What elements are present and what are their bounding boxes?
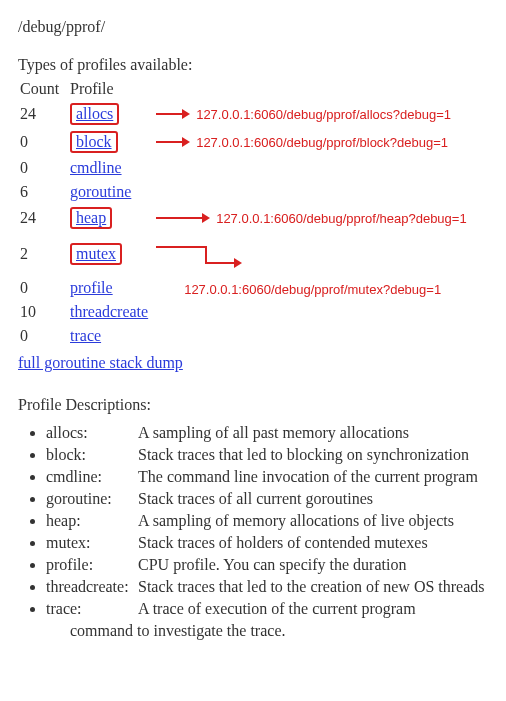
svg-marker-6 [234, 258, 242, 268]
count-cell: 2 [20, 232, 70, 276]
col-profile: Profile [70, 78, 156, 100]
count-cell: 0 [20, 156, 70, 180]
profiles-table: Count Profile 24 allocs 127.0.0.1:6060/d… [20, 78, 475, 348]
desc-text: The command line invocation of the curre… [138, 468, 478, 485]
profile-link-block[interactable]: block [76, 133, 112, 150]
count-cell: 0 [20, 128, 70, 156]
list-item: cmdline:The command line invocation of t… [46, 466, 506, 488]
desc-term: mutex: [46, 534, 138, 552]
highlight-box: allocs [70, 103, 119, 125]
list-item: profile:CPU profile. You can specify the… [46, 554, 506, 576]
desc-text: Stack traces that led to the creation of… [138, 578, 485, 595]
highlight-box: block [70, 131, 118, 153]
annotation-url: 127.0.0.1:6060/debug/pprof/mutex?debug=1 [184, 282, 441, 297]
list-item: block:Stack traces that led to blocking … [46, 444, 506, 466]
table-row: 10 threadcreate [20, 300, 475, 324]
highlight-box: mutex [70, 243, 122, 265]
arrow-icon [156, 135, 190, 149]
list-item: allocs:A sampling of all past memory all… [46, 422, 506, 444]
count-cell: 10 [20, 300, 70, 324]
profile-link-profile[interactable]: profile [70, 279, 113, 296]
desc-term: profile: [46, 556, 138, 574]
desc-text: CPU profile. You can specify the duratio… [138, 556, 406, 573]
desc-header: Profile Descriptions: [18, 396, 506, 414]
desc-term: allocs: [46, 424, 138, 442]
trailing-line: command to investigate the trace. [70, 620, 506, 640]
profile-link-allocs[interactable]: allocs [76, 105, 113, 122]
desc-text: Stack traces of holders of contended mut… [138, 534, 428, 551]
desc-text: A sampling of all past memory allocation… [138, 424, 409, 441]
highlight-box: heap [70, 207, 112, 229]
count-cell: 0 [20, 324, 70, 348]
table-row: 0 profile 127.0.0.1:6060/debug/pprof/mut… [20, 276, 475, 300]
desc-text: A sampling of memory allocations of live… [138, 512, 454, 529]
profile-link-cmdline[interactable]: cmdline [70, 159, 122, 176]
table-row: 24 heap 127.0.0.1:6060/debug/pprof/heap?… [20, 204, 475, 232]
profile-link-mutex[interactable]: mutex [76, 245, 116, 262]
types-header: Types of profiles available: [18, 56, 506, 74]
list-item: goroutine:Stack traces of all current go… [46, 488, 506, 510]
arrow-icon [156, 211, 210, 225]
full-dump-link[interactable]: full goroutine stack dump [18, 354, 183, 372]
list-item: trace:A trace of execution of the curren… [46, 598, 506, 620]
table-row: 0 block 127.0.0.1:6060/debug/pprof/block… [20, 128, 475, 156]
description-list: allocs:A sampling of all past memory all… [46, 422, 506, 620]
arrow-icon [156, 107, 190, 121]
svg-marker-1 [182, 109, 190, 119]
profile-link-trace[interactable]: trace [70, 327, 101, 344]
list-item: threadcreate:Stack traces that led to th… [46, 576, 506, 598]
annotation-url: 127.0.0.1:6060/debug/pprof/block?debug=1 [196, 135, 448, 150]
desc-term: cmdline: [46, 468, 138, 486]
desc-text: A trace of execution of the current prog… [138, 600, 416, 617]
count-cell: 24 [20, 100, 70, 128]
svg-marker-3 [182, 137, 190, 147]
annotation-url: 127.0.0.1:6060/debug/pprof/heap?debug=1 [216, 211, 467, 226]
page-title: /debug/pprof/ [18, 18, 506, 36]
desc-term: block: [46, 446, 138, 464]
list-item: heap:A sampling of memory allocations of… [46, 510, 506, 532]
table-row: 6 goroutine [20, 180, 475, 204]
annotation-url: 127.0.0.1:6060/debug/pprof/allocs?debug=… [196, 107, 451, 122]
col-count: Count [20, 78, 70, 100]
table-row: 0 trace [20, 324, 475, 348]
table-row: 0 cmdline [20, 156, 475, 180]
count-cell: 6 [20, 180, 70, 204]
count-cell: 0 [20, 276, 70, 300]
table-row: 24 allocs 127.0.0.1:6060/debug/pprof/all… [20, 100, 475, 128]
desc-term: trace: [46, 600, 138, 618]
svg-marker-5 [202, 213, 210, 223]
profile-link-threadcreate[interactable]: threadcreate [70, 303, 148, 320]
desc-text: Stack traces that led to blocking on syn… [138, 446, 469, 463]
arrow-down-icon [156, 241, 242, 275]
desc-text: Stack traces of all current goroutines [138, 490, 373, 507]
count-cell: 24 [20, 204, 70, 232]
profile-link-goroutine[interactable]: goroutine [70, 183, 131, 200]
list-item: mutex:Stack traces of holders of contend… [46, 532, 506, 554]
table-row: 2 mutex [20, 232, 475, 276]
desc-term: threadcreate: [46, 578, 138, 596]
desc-term: heap: [46, 512, 138, 530]
profile-link-heap[interactable]: heap [76, 209, 106, 226]
desc-term: goroutine: [46, 490, 138, 508]
